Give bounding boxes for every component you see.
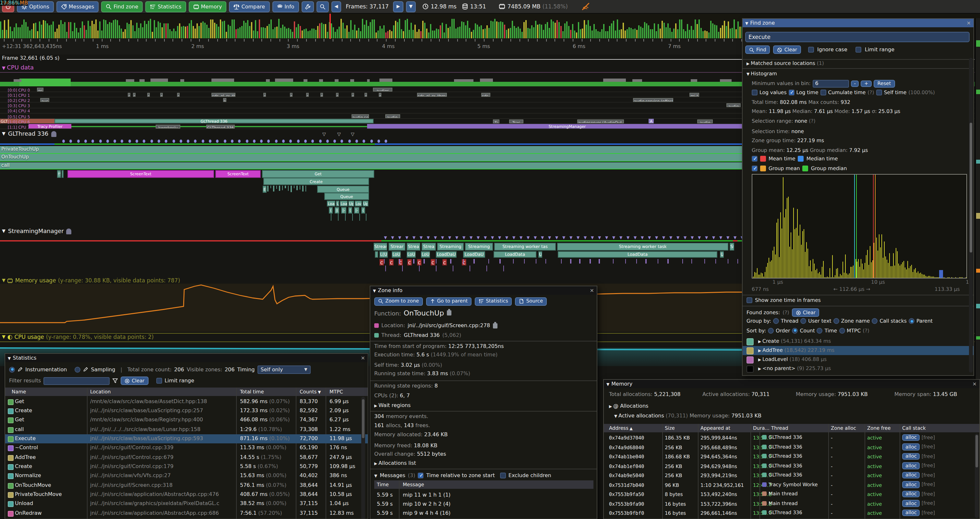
found-zone-row[interactable]: ▶ <no parent> (9) 225.73 µs bbox=[743, 364, 974, 373]
zone-depth5[interactable]: Create bbox=[263, 178, 369, 185]
column-header-appeared-at[interactable]: Appeared at bbox=[700, 425, 730, 431]
message-triangle-icon[interactable]: ▼ bbox=[634, 235, 636, 240]
compare-button[interactable]: Compare bbox=[229, 1, 270, 12]
cpu-zone-chip[interactable]: audio bbox=[726, 103, 741, 107]
cpu-zone-chip[interactable]: audios bbox=[373, 87, 392, 91]
error-zone-chip[interactable]: C bbox=[442, 259, 447, 265]
find-zone-window[interactable]: ▼Find zone×ExecuteFindClearIgnore caseLi… bbox=[742, 18, 974, 375]
message-row[interactable]: 5.59 smip 11 w 1 h 1 (1) bbox=[374, 491, 593, 500]
memory-window[interactable]: ▼Memory×Total allocations: 5,221,308Acti… bbox=[603, 379, 980, 519]
zone-bar-call[interactable]: call bbox=[0, 162, 767, 169]
message-triangle-icon[interactable]: ▼ bbox=[469, 235, 473, 240]
legend-checkbox[interactable] bbox=[752, 156, 757, 161]
glthread-section-header[interactable]: ▼GLThread 336 bbox=[2, 131, 197, 137]
message-triangle-icon[interactable]: ▼ bbox=[541, 235, 544, 240]
column-header-total-time[interactable]: Total time bbox=[240, 389, 264, 395]
cpu-zone-chip[interactable]: c bbox=[336, 93, 339, 96]
message-triangle-icon[interactable]: ▼ bbox=[655, 235, 658, 240]
found-zone-row[interactable]: ▶ LoadLevel (18) 406.88 µs bbox=[743, 355, 974, 364]
message-dot[interactable] bbox=[158, 140, 160, 143]
message-row[interactable]: 5.59 smip 9 w 4 h 4 (16) bbox=[374, 510, 593, 519]
show-zone-time-checkbox[interactable] bbox=[746, 297, 752, 303]
zone-tracy-profiler[interactable]: Tracy Profiler bbox=[29, 124, 72, 129]
scrollbar-thumb[interactable] bbox=[975, 435, 978, 467]
alloc-button[interactable]: alloc bbox=[902, 453, 920, 460]
message-triangle-icon[interactable]: ▼ bbox=[406, 235, 408, 240]
self-time-checkbox[interactable] bbox=[876, 89, 882, 95]
cpu-zone-chip[interactable]: c bbox=[263, 93, 266, 96]
allocations-expander[interactable]: ▶ @ Allocations bbox=[609, 403, 803, 410]
zone-depth9[interactable]: |( bbox=[335, 207, 339, 213]
memory-table-row[interactable]: 0x74a9d68040256 KB295,668,489ns13:50.7GL… bbox=[604, 443, 980, 452]
zone-depth8[interactable]: Loa bbox=[340, 200, 348, 206]
zone-depth8[interactable]: U bbox=[336, 200, 339, 206]
column-header-counts[interactable]: Counts ▼ bbox=[300, 389, 321, 395]
zone-info-window[interactable]: ▼Zone info×Zoom to zoneGo to parentStati… bbox=[370, 286, 597, 519]
statistics-button[interactable]: Statistics bbox=[475, 297, 512, 305]
column-header-call-stack[interactable]: Call stack bbox=[902, 425, 926, 431]
table-row[interactable]: calljni/../jni/../../../src/claw/base/Lu… bbox=[5, 425, 368, 434]
message-triangle-icon[interactable]: ▼ bbox=[641, 235, 644, 240]
message-triangle-icon[interactable]: ▼ bbox=[384, 235, 387, 240]
histogram-expander[interactable]: ▼ Histogram bbox=[746, 70, 777, 76]
sort-by-radio-count[interactable] bbox=[792, 327, 798, 333]
found-zone-row[interactable]: ▶ Create (54,131) 643.34 ms bbox=[743, 337, 974, 346]
cpu-zone-chip[interactable]: c bbox=[290, 93, 293, 96]
cpu-zone-chip[interactable]: auc bbox=[40, 98, 49, 102]
memory-table-header[interactable]: Address ▲SizeAppeared atDura...ThreadZon… bbox=[604, 424, 980, 432]
group-by-radio-zone-name[interactable] bbox=[834, 318, 839, 324]
message-dot[interactable] bbox=[99, 140, 102, 143]
message-dot[interactable] bbox=[304, 140, 307, 143]
cpu-zone-chip[interactable]: GLThread 336 bbox=[206, 125, 235, 129]
message-triangle-icon[interactable]: ▼ bbox=[612, 235, 615, 240]
zone-depth4[interactable]: !S bbox=[57, 170, 61, 177]
message-dot[interactable] bbox=[311, 140, 314, 143]
zone-bar-privatetouchup[interactable]: PrivateTouchUp bbox=[0, 146, 767, 153]
message-triangle-icon[interactable]: ▼ bbox=[455, 235, 458, 240]
message-dot[interactable] bbox=[135, 140, 138, 143]
cpu-zone-chip[interactable]: cds. bbox=[481, 93, 490, 96]
loaddata-zone[interactable]: LoU bbox=[392, 251, 401, 258]
min-bin-input[interactable]: 6 bbox=[812, 80, 849, 88]
message-triangle-icon[interactable]: ▼ bbox=[391, 235, 394, 240]
message-triangle-icon[interactable]: ▼ bbox=[712, 235, 715, 240]
message-dot[interactable] bbox=[333, 140, 336, 143]
message-triangle-icon[interactable]: ▼ bbox=[562, 235, 565, 240]
histogram-plot[interactable] bbox=[752, 174, 967, 278]
cpu-zone-chip[interactable]: c bbox=[133, 93, 135, 96]
message-triangle-icon[interactable]: ▼ bbox=[477, 235, 480, 240]
message-triangle-icon[interactable]: ▼ bbox=[441, 235, 444, 240]
statistics-scrollbar[interactable] bbox=[361, 397, 365, 519]
legend-checkbox[interactable] bbox=[752, 165, 757, 171]
table-row[interactable]: AddTreejni/../jni/src/guif/Control.cpp:6… bbox=[5, 453, 368, 462]
legend-color-swatch[interactable] bbox=[798, 156, 804, 161]
limit-range-checkbox[interactable] bbox=[156, 378, 162, 384]
cpu-data-header[interactable]: ▼ CPU data bbox=[2, 64, 197, 71]
streaming-worker-zone[interactable]: St bbox=[730, 243, 734, 251]
cpu-zone-chip[interactable]: c bbox=[352, 93, 354, 96]
message-dot[interactable] bbox=[180, 140, 182, 143]
table-row[interactable]: Normalizejni/../jni/src/claw/vfs/Vfs.cpp… bbox=[5, 472, 368, 481]
memory-scrollbar[interactable] bbox=[975, 434, 979, 518]
message-row[interactable]: 5.59 smip 10 w 2 h 2 (4) bbox=[374, 500, 593, 509]
cpu-zone-chip[interactable]: Trac bbox=[509, 119, 523, 123]
message-dot[interactable] bbox=[348, 140, 350, 143]
message-dot[interactable] bbox=[201, 140, 204, 143]
group-by-radio-user-text[interactable] bbox=[800, 318, 806, 324]
filter-clear-button[interactable]: Clear bbox=[121, 377, 148, 385]
loaddata-zone[interactable]: LoadDaU bbox=[463, 251, 485, 258]
sampling-radio[interactable] bbox=[75, 366, 81, 372]
allocations-list-expander[interactable]: ▶ Allocations list bbox=[374, 460, 595, 467]
alloc-button[interactable]: alloc bbox=[902, 481, 920, 488]
alloc-button[interactable]: alloc bbox=[902, 472, 920, 478]
zone-depth8[interactable]: Loa bbox=[327, 200, 335, 206]
statistics-window[interactable]: ▼Statistics×InstrumentationSampling|Tota… bbox=[5, 353, 368, 519]
message-triangle-icon[interactable]: ▼ bbox=[733, 235, 737, 240]
memory-table-row[interactable]: 0x7531d7b04096 KB1:10 234,952,16112:40.7… bbox=[604, 481, 980, 490]
streaming-worker-zone[interactable]: Strea bbox=[407, 243, 420, 251]
messages-table-header[interactable]: TimeMessage bbox=[374, 481, 593, 489]
column-header-name[interactable]: Name bbox=[12, 389, 26, 395]
found-clear-button[interactable]: Clear bbox=[792, 308, 819, 317]
exclude-children-checkbox[interactable] bbox=[500, 472, 506, 478]
message-triangle-icon[interactable]: ▼ bbox=[619, 235, 622, 240]
